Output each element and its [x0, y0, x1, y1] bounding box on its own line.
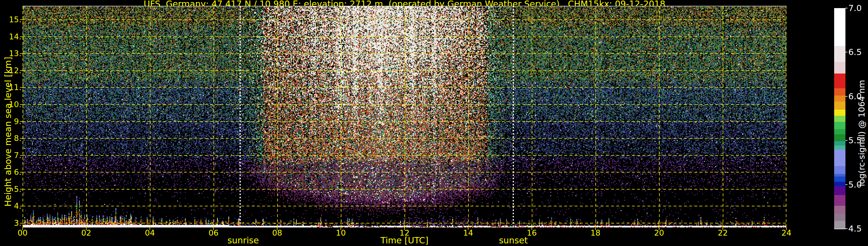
colorbar-segment	[834, 149, 845, 166]
y-tick-label: 3.	[0, 219, 22, 227]
y-tick-mark	[20, 70, 23, 71]
colorbar-segment	[834, 174, 845, 177]
colorbar-segment	[834, 166, 845, 174]
colorbar-segment	[834, 141, 845, 146]
colorbar-tick-label: 4.5	[848, 224, 868, 233]
colorbar-segment	[834, 122, 845, 129]
y-axis-label: Height above mean sea level [km]	[3, 57, 13, 207]
colorbar-segment	[834, 214, 845, 220]
y-tick-mark	[20, 155, 23, 156]
x-gridline	[659, 6, 660, 227]
y-tick-label: 9.	[0, 117, 22, 126]
x-tick-mark	[341, 227, 341, 230]
y-tick-label: 5.	[0, 185, 22, 194]
colorbar-tick-mark	[845, 228, 847, 229]
x-gridline	[23, 6, 23, 227]
plot-area	[23, 6, 786, 227]
x-gridline	[786, 6, 786, 227]
x-gridline	[404, 6, 405, 227]
colorbar-segment	[834, 129, 845, 134]
x-gridline	[341, 6, 341, 227]
x-tick-mark	[404, 227, 405, 230]
colorbar-segment	[834, 8, 845, 46]
colorbar-tick-label: 7.0	[848, 3, 868, 13]
colorbar-tick-mark	[845, 184, 847, 185]
colorbar-tick-label: 6.5	[848, 48, 868, 57]
y-tick-label: 14.	[0, 32, 22, 41]
x-axis-label: Time [UTC]	[364, 236, 445, 245]
colorbar-segment	[834, 88, 845, 95]
x-tick-mark	[468, 227, 468, 230]
x-gridline	[277, 6, 278, 227]
colorbar-tick-mark	[845, 8, 847, 8]
colorbar-segment	[834, 62, 845, 73]
colorbar-segment	[834, 134, 845, 141]
x-tick-mark	[531, 227, 532, 230]
colorbar-segment	[834, 221, 845, 228]
y-tick-mark	[20, 104, 23, 105]
y-tick-mark	[20, 87, 23, 88]
colorbar-segment	[834, 195, 845, 206]
colorbar-label: log(rc-signal) @ 1064 nm	[857, 80, 867, 186]
colorbar	[834, 8, 845, 229]
y-tick-label: 12.	[0, 66, 22, 75]
colorbar-segment	[834, 46, 845, 62]
y-tick-mark	[20, 138, 23, 139]
y-tick-label: 4.	[0, 202, 22, 210]
x-tick-mark	[22, 227, 23, 230]
y-tick-label: 15.	[0, 16, 22, 24]
colorbar-segment	[834, 101, 845, 110]
x-tick-mark	[86, 227, 87, 230]
x-gridline	[468, 6, 469, 227]
x-gridline	[595, 6, 596, 227]
colorbar-segment	[834, 116, 845, 122]
ceilometer-quicklook-figure: UFS, Germany; 47.417 N / 10.980 E; eleva…	[0, 0, 868, 246]
colorbar-segment	[834, 177, 845, 182]
x-gridline	[532, 6, 532, 227]
sunrise-annotation: sunrise	[214, 236, 272, 245]
y-tick-label: 8.	[0, 134, 22, 143]
colorbar-segment	[834, 182, 845, 186]
x-tick-mark	[213, 227, 214, 230]
colorbar-segment	[834, 110, 845, 116]
sunrise-line	[240, 6, 241, 227]
x-gridline	[723, 6, 723, 227]
sunset-line	[513, 6, 514, 227]
y-tick-label: 10.	[0, 100, 22, 109]
colorbar-segment	[834, 186, 845, 195]
y-tick-mark	[20, 189, 23, 190]
y-tick-label: 7.	[0, 151, 22, 160]
x-tick-mark	[786, 227, 787, 230]
y-tick-label: 13.	[0, 49, 22, 58]
x-tick-mark	[659, 227, 659, 230]
colorbar-tick-mark	[845, 96, 847, 97]
x-tick-mark	[595, 227, 596, 230]
colorbar-segment	[834, 95, 845, 101]
sunset-annotation: sunset	[484, 236, 542, 245]
x-tick-mark	[277, 227, 277, 230]
colorbar-segment	[834, 146, 845, 149]
colorbar-tick-mark	[845, 140, 847, 141]
x-gridline	[150, 6, 151, 227]
x-gridline	[86, 6, 87, 227]
colorbar-tick-mark	[845, 52, 847, 52]
y-tick-mark	[20, 223, 23, 223]
y-tick-label: 6.	[0, 168, 22, 177]
y-tick-mark	[20, 206, 23, 206]
plot-top-border	[23, 6, 786, 6]
colorbar-segment	[834, 73, 845, 89]
y-tick-label: 11.	[0, 83, 22, 92]
x-tick-mark	[722, 227, 723, 230]
y-tick-mark	[20, 36, 23, 37]
y-tick-mark	[20, 121, 23, 122]
colorbar-segment	[834, 206, 845, 214]
x-tick-mark	[150, 227, 150, 230]
y-tick-mark	[20, 53, 23, 54]
y-tick-mark	[20, 172, 23, 173]
x-gridline	[214, 6, 214, 227]
y-tick-mark	[20, 20, 23, 20]
